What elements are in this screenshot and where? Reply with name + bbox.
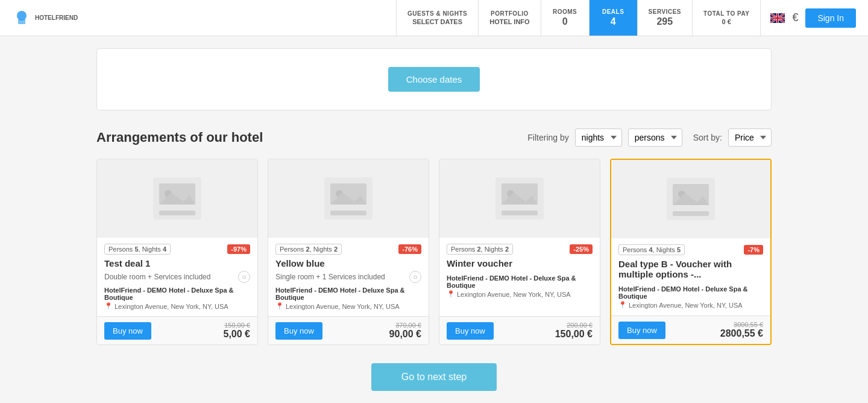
original-price: 150,00 € <box>224 322 250 329</box>
hotel-location: 📍 Lexington Avenue, New York, NY, USA <box>275 302 421 310</box>
persons-filter-select[interactable]: persons <box>628 129 682 147</box>
location-pin-icon: 📍 <box>618 301 627 309</box>
discount-badge: -25% <box>570 244 593 254</box>
current-price: 5,00 € <box>224 329 250 340</box>
svg-rect-6 <box>159 211 195 215</box>
card-body: Persons 2, Nights 2 -76% Yellow blue Sin… <box>268 238 429 316</box>
price-area: 3000,55 € 2800,55 € <box>720 321 763 339</box>
persons-nights-badge: Persons 5, Nights 4 <box>104 244 171 255</box>
deal-card-winter-voucher: Persons 2, Nights 2 -25% Winter voucher … <box>439 159 600 345</box>
price-area: 370,00 € 90,00 € <box>389 322 421 340</box>
buy-now-button[interactable]: Buy now <box>618 322 665 339</box>
logo-text: HOTELFRIEND <box>35 14 78 21</box>
card-meta: Persons 5, Nights 4 -97% <box>104 244 250 255</box>
card-image <box>439 159 600 238</box>
card-image <box>611 160 770 238</box>
buy-now-button[interactable]: Buy now <box>275 322 322 340</box>
svg-rect-10 <box>330 211 366 215</box>
nav-total-to-pay[interactable]: TOTAL TO PAY 0 € <box>692 0 760 36</box>
price-area: 150,00 € 5,00 € <box>224 322 250 340</box>
sort-select[interactable]: Price <box>728 129 772 147</box>
card-description: Single room + 1 Services included ○ <box>275 271 421 283</box>
flag-uk-icon[interactable] <box>770 13 785 23</box>
placeholder-image-icon <box>153 177 201 220</box>
card-body: Persons 4, Nights 5 -7% Deal type B - Vo… <box>611 238 770 316</box>
nav-rooms[interactable]: ROOMS 0 <box>541 0 589 36</box>
hotel-name: HotelFriend - DEMO Hotel - Deluxe Spa & … <box>447 274 593 289</box>
hotel-name: HotelFriend - DEMO Hotel - Deluxe Spa & … <box>618 285 763 300</box>
nav-deals[interactable]: DEALS 4 <box>589 0 637 36</box>
filter-area: Filtering by nights persons Sort by: Pri… <box>527 129 772 147</box>
card-meta: Persons 4, Nights 5 -7% <box>618 244 763 255</box>
original-price: 370,00 € <box>389 322 421 329</box>
header-right: € Sign In <box>760 0 856 36</box>
nav-guests-nights[interactable]: GUESTS & NIGHTS Select Dates <box>396 0 478 36</box>
placeholder-image-icon <box>667 178 715 220</box>
sign-in-button[interactable]: Sign In <box>805 8 856 28</box>
hotel-location: 📍 Lexington Avenue, New York, NY, USA <box>618 301 763 309</box>
nav-portfolio[interactable]: PORTFOLIO Hotel Info <box>478 0 540 36</box>
discount-badge: -76% <box>398 244 421 254</box>
arrangements-title: Arrangements of our hotel <box>96 130 521 145</box>
info-icon[interactable]: ○ <box>409 271 421 283</box>
location-pin-icon: 📍 <box>275 302 284 310</box>
svg-rect-1 <box>18 19 25 24</box>
nights-filter-select[interactable]: nights <box>575 129 622 147</box>
original-price: 3000,55 € <box>720 321 763 328</box>
choose-dates-button[interactable]: Choose dates <box>388 67 480 92</box>
placeholder-image-icon <box>495 177 544 220</box>
choose-dates-banner: Choose dates <box>96 48 772 110</box>
discount-badge: -97% <box>227 244 250 254</box>
buy-now-button[interactable]: Buy now <box>104 322 151 340</box>
filtering-by-label: Filtering by <box>527 133 568 142</box>
card-body: Persons 2, Nights 2 -25% Winter voucher … <box>439 238 600 316</box>
card-body: Persons 5, Nights 4 -97% Test deal 1 Dou… <box>97 238 257 316</box>
card-footer: Buy now 370,00 € 90,00 € <box>268 316 429 344</box>
hotel-location: 📍 Lexington Avenue, New York, NY, USA <box>447 290 593 298</box>
card-footer: Buy now 150,00 € 5,00 € <box>97 316 257 344</box>
logo[interactable]: HOTELFRIEND <box>12 8 84 28</box>
current-price: 90,00 € <box>389 329 421 340</box>
deal-card-test-deal-1: Persons 5, Nights 4 -97% Test deal 1 Dou… <box>96 159 258 345</box>
deals-grid: Persons 5, Nights 4 -97% Test deal 1 Dou… <box>96 159 772 345</box>
price-area: 200,00 € 150,00 € <box>555 322 593 340</box>
header: HOTELFRIEND GUESTS & NIGHTS Select Dates… <box>0 0 868 36</box>
deal-card-yellow-blue: Persons 2, Nights 2 -76% Yellow blue Sin… <box>268 159 429 345</box>
card-description: Double room + Services included ○ <box>104 271 250 283</box>
main-content: Choose dates Arrangements of our hotel F… <box>84 36 784 403</box>
current-price: 150,00 € <box>555 329 593 340</box>
persons-nights-badge: Persons 4, Nights 5 <box>618 244 685 255</box>
card-meta: Persons 2, Nights 2 -25% <box>447 244 593 255</box>
hotel-name: HotelFriend - DEMO Hotel - Deluxe Spa & … <box>104 287 250 301</box>
card-title: Test deal 1 <box>104 258 250 268</box>
card-image <box>97 159 257 238</box>
svg-rect-18 <box>673 211 709 216</box>
deal-card-deal-type-b: Persons 4, Nights 5 -7% Deal type B - Vo… <box>610 159 772 345</box>
card-footer: Buy now 200,00 € 150,00 € <box>439 316 600 344</box>
current-price: 2800,55 € <box>720 328 763 339</box>
logo-icon <box>12 8 31 28</box>
header-nav: GUESTS & NIGHTS Select Dates PORTFOLIO H… <box>396 0 760 36</box>
card-title: Deal type B - Voucher with multiple opti… <box>618 259 763 279</box>
card-title: Winter voucher <box>447 258 593 268</box>
hotel-name: HotelFriend - DEMO Hotel - Deluxe Spa & … <box>275 287 421 301</box>
info-icon[interactable]: ○ <box>238 271 250 283</box>
buy-now-button[interactable]: Buy now <box>447 322 494 340</box>
currency-selector[interactable]: € <box>792 11 798 24</box>
persons-nights-badge: Persons 2, Nights 2 <box>275 244 342 255</box>
hotel-location: 📍 Lexington Avenue, New York, NY, USA <box>104 302 250 310</box>
original-price: 200,00 € <box>555 322 593 329</box>
sort-by-label: Sort by: <box>693 133 722 142</box>
card-footer: Buy now 3000,55 € 2800,55 € <box>611 316 770 344</box>
go-to-next-step-button[interactable]: Go to next step <box>371 363 497 391</box>
nav-services[interactable]: SERVICES 295 <box>637 0 692 36</box>
placeholder-image-icon <box>324 177 373 220</box>
next-step-container: Go to next step <box>96 363 772 391</box>
card-image <box>268 159 429 238</box>
card-title: Yellow blue <box>275 258 421 268</box>
svg-rect-14 <box>502 211 538 215</box>
discount-badge: -7% <box>744 245 763 255</box>
svg-point-0 <box>17 11 27 21</box>
arrangements-header: Arrangements of our hotel Filtering by n… <box>96 129 772 147</box>
location-pin-icon: 📍 <box>104 302 113 310</box>
